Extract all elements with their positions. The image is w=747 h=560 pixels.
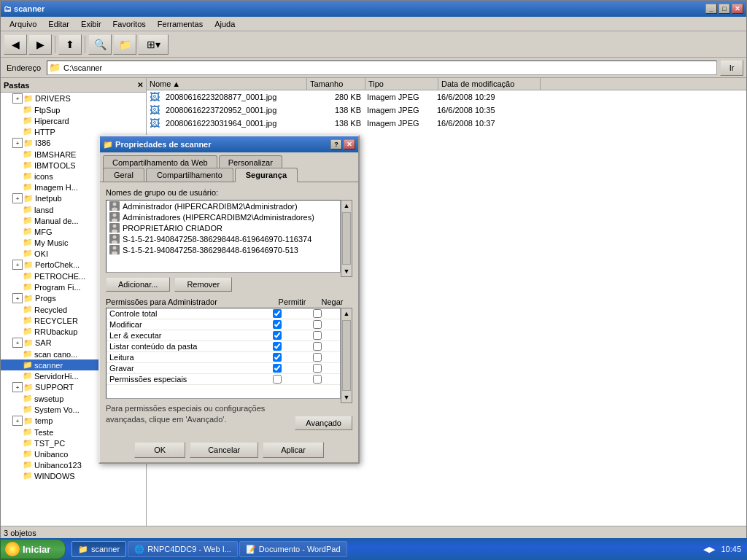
- svg-point-1: [113, 203, 117, 206]
- permissions-for-label: Permissões para Administrador: [106, 298, 272, 306]
- tab-geral[interactable]: Geral: [103, 168, 144, 182]
- dialog-tabs-row1: Compartilhamento da Web Personalizar: [100, 152, 358, 169]
- svg-point-4: [113, 214, 117, 217]
- taskbar-item-icon: 🌐: [134, 545, 144, 554]
- user-icon: [109, 212, 120, 222]
- tray-icons: ◀▶: [703, 545, 715, 554]
- dialog-help-button[interactable]: ?: [330, 139, 342, 149]
- properties-dialog: 📁 Propriedades de scanner ? ✕ Compartilh…: [98, 135, 360, 464]
- perm-deny-cell: [297, 331, 337, 340]
- perms-scroll-down[interactable]: ▼: [342, 392, 352, 402]
- perm-deny-checkbox[interactable]: [313, 375, 322, 384]
- taskbar-item-0[interactable]: 📁scanner: [71, 541, 126, 557]
- perm-allow-checkbox[interactable]: [273, 375, 282, 384]
- perm-label: Gravar: [109, 364, 257, 373]
- users-section-label: Nomes de grupo ou de usuário:: [106, 188, 352, 197]
- permission-row: Modificar: [107, 319, 340, 330]
- user-icon: [109, 223, 120, 233]
- taskbar-item-2[interactable]: 📝Documento - WordPad: [239, 541, 347, 557]
- taskbar: Iniciar 📁scanner🌐RNPC4DDC9 - Web I...📝Do…: [0, 538, 747, 560]
- cancel-button[interactable]: Cancelar: [190, 442, 258, 458]
- perm-allow-cell: [257, 309, 297, 318]
- permissions-note: Para permissões especiais ou configuraçõ…: [106, 403, 289, 426]
- perm-allow-cell: [257, 353, 297, 362]
- permission-row: Listar conteúdo da pasta: [107, 341, 340, 352]
- svg-point-7: [113, 225, 117, 228]
- perm-deny-checkbox[interactable]: [313, 364, 322, 373]
- tab-seguranca[interactable]: Segurança: [235, 168, 298, 182]
- perm-allow-cell: [257, 364, 297, 373]
- taskbar-item-1[interactable]: 🌐RNPC4DDC9 - Web I...: [128, 541, 238, 557]
- taskbar-item-icon: 📁: [78, 545, 88, 554]
- perm-deny-checkbox[interactable]: [313, 331, 322, 340]
- taskbar-item-label: Documento - WordPad: [259, 545, 341, 553]
- perm-deny-checkbox[interactable]: [313, 342, 322, 351]
- permission-row: Controle total: [107, 308, 340, 319]
- users-scroll-up[interactable]: ▲: [342, 201, 352, 211]
- user-item[interactable]: Administradores (HIPERCARDIBM2\Administr…: [107, 211, 340, 222]
- remove-button[interactable]: Remover: [174, 277, 232, 292]
- perm-deny-checkbox[interactable]: [313, 353, 322, 362]
- perm-allow-cell: [257, 375, 297, 384]
- dialog-title-bar: 📁 Propriedades de scanner ? ✕: [100, 136, 358, 152]
- perm-allow-checkbox[interactable]: [273, 320, 282, 329]
- permissions-list: Controle total Modificar Ler & executar …: [106, 308, 341, 399]
- perm-label: Listar conteúdo da pasta: [109, 342, 257, 351]
- dialog-tabs-row2: Geral Compartilhamento Segurança: [100, 168, 358, 182]
- perm-label: Ler & executar: [109, 331, 257, 340]
- permission-row: Leitura: [107, 352, 340, 363]
- tab-compartilhamento[interactable]: Compartilhamento: [146, 168, 233, 182]
- user-icon: [109, 234, 120, 244]
- permissions-header: Permissões para Administrador Permitir N…: [106, 298, 352, 306]
- ok-button[interactable]: OK: [134, 442, 185, 458]
- dialog-title-buttons: ? ✕: [330, 139, 355, 149]
- deny-header: Negar: [312, 298, 352, 306]
- perm-allow-cell: [257, 342, 297, 351]
- svg-point-13: [113, 246, 117, 250]
- perm-allow-cell: [257, 320, 297, 329]
- advanced-button[interactable]: Avançado: [295, 416, 352, 430]
- perm-allow-checkbox[interactable]: [273, 364, 282, 373]
- add-button[interactable]: Adicionar...: [106, 277, 170, 292]
- dialog-overlay: 📁 Propriedades de scanner ? ✕ Compartilh…: [0, 0, 747, 538]
- users-scroll-down[interactable]: ▼: [342, 266, 352, 276]
- taskbar-item-label: RNPC4DDC9 - Web I...: [147, 545, 231, 553]
- perm-label: Leitura: [109, 353, 257, 362]
- perm-deny-cell: [297, 342, 337, 351]
- perm-deny-cell: [297, 364, 337, 373]
- user-icon: [109, 201, 120, 211]
- taskbar-item-label: scanner: [91, 545, 120, 553]
- permission-row: Ler & executar: [107, 330, 340, 341]
- user-icon: [109, 245, 120, 254]
- perm-allow-checkbox[interactable]: [273, 342, 282, 351]
- start-button[interactable]: Iniciar: [0, 539, 66, 559]
- apply-button[interactable]: Aplicar: [263, 442, 324, 458]
- permission-row: Gravar: [107, 363, 340, 374]
- taskbar-items: 📁scanner🌐RNPC4DDC9 - Web I...📝Documento …: [69, 541, 697, 557]
- user-item[interactable]: Administrador (HIPERCARDIBM2\Administrad…: [107, 201, 340, 211]
- user-item[interactable]: PROPRIETÁRIO CRIADOR: [107, 222, 340, 233]
- tray-icon-1: ◀▶: [703, 545, 715, 554]
- dialog-bottom-buttons: OK Cancelar Aplicar: [100, 442, 358, 458]
- perm-deny-cell: [297, 353, 337, 362]
- svg-point-10: [113, 236, 117, 239]
- dialog-title-text: Propriedades de scanner: [115, 140, 211, 149]
- perm-allow-checkbox[interactable]: [273, 331, 282, 340]
- user-item[interactable]: S-1-5-21-940847258-386298448-619646970-1…: [107, 233, 340, 244]
- taskbar-tray: ◀▶ 10:45: [697, 545, 747, 554]
- permission-row: Permissões especiais: [107, 374, 340, 385]
- user-item[interactable]: S-1-5-21-940847258-386298448-619646970-5…: [107, 244, 340, 255]
- perm-allow-checkbox[interactable]: [273, 309, 282, 318]
- users-list: Administrador (HIPERCARDIBM2\Administrad…: [106, 200, 341, 273]
- perm-deny-checkbox[interactable]: [313, 320, 322, 329]
- perm-allow-cell: [257, 331, 297, 340]
- dialog-content: Nomes de grupo ou de usuário: Administra…: [100, 182, 358, 439]
- perm-deny-cell: [297, 375, 337, 384]
- perm-label: Controle total: [109, 309, 257, 318]
- perms-scroll-up[interactable]: ▲: [342, 308, 352, 319]
- perm-allow-checkbox[interactable]: [273, 353, 282, 362]
- perm-label: Permissões especiais: [109, 375, 257, 384]
- dialog-close-button[interactable]: ✕: [344, 139, 355, 149]
- perm-deny-checkbox[interactable]: [313, 309, 322, 318]
- taskbar-time: 10:45: [721, 545, 741, 553]
